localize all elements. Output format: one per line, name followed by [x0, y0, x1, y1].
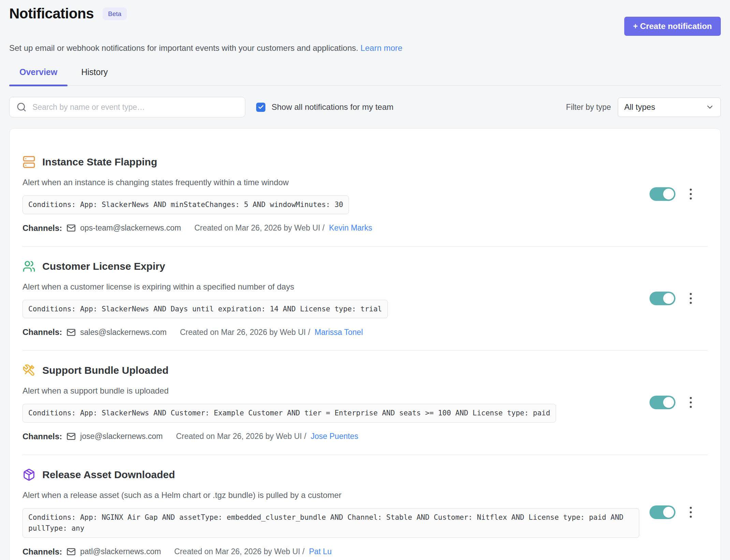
- learn-more-link[interactable]: Learn more: [361, 43, 403, 53]
- notification-card: Support Bundle Uploaded Alert when a sup…: [10, 351, 720, 455]
- channels-row: Channels: sales@slackernews.com Created …: [23, 327, 639, 337]
- notification-description: Alert when a support bundle is uploaded: [23, 386, 639, 396]
- filter-type-select[interactable]: All types: [618, 98, 721, 117]
- mail-icon: [67, 328, 76, 337]
- users-icon: [23, 260, 35, 273]
- filter-by-type-label: Filter by type: [566, 103, 611, 112]
- page-title: Notifications: [9, 5, 94, 22]
- author-link[interactable]: Kevin Marks: [329, 223, 372, 233]
- subtitle-text: Set up email or webhook notifications fo…: [9, 43, 358, 53]
- checkbox-checked-icon[interactable]: [256, 103, 265, 112]
- tab-bar: Overview History: [9, 67, 721, 86]
- page-header: Notifications Beta + Create notification: [9, 5, 721, 36]
- conditions-box: Conditions: App: SlackerNews AND Days un…: [23, 300, 388, 319]
- notification-card: Instance State Flapping Alert when an in…: [10, 142, 720, 246]
- enabled-toggle[interactable]: [649, 292, 675, 305]
- notification-description: Alert when a release asset (such as a He…: [23, 490, 639, 500]
- created-text: Created on Mar 26, 2026 by Web UI /: [194, 223, 325, 233]
- filter-type-value: All types: [624, 102, 655, 112]
- notifications-list: Instance State Flapping Alert when an in…: [9, 128, 721, 560]
- search-icon: [16, 102, 27, 112]
- mail-icon: [67, 223, 76, 233]
- channel-email: ops-team@slackernews.com: [80, 223, 181, 233]
- package-icon: [23, 468, 35, 481]
- created-text: Created on Mar 26, 2026 by Web UI /: [180, 328, 310, 337]
- search-input[interactable]: [32, 102, 238, 112]
- notification-title: Release Asset Downloaded: [42, 469, 175, 481]
- created-text: Created on Mar 26, 2026 by Web UI /: [174, 547, 305, 556]
- notifications-page: Notifications Beta + Create notification…: [0, 0, 730, 560]
- kebab-menu-icon[interactable]: [688, 396, 693, 409]
- notification-title: Customer License Expiry: [42, 261, 165, 272]
- enabled-toggle[interactable]: [649, 396, 675, 409]
- notification-description: Alert when an instance is changing state…: [23, 178, 639, 187]
- page-subtitle: Set up email or webhook notifications fo…: [9, 43, 721, 53]
- channels-row: Channels: ops-team@slackernews.com Creat…: [23, 223, 639, 233]
- kebab-menu-icon[interactable]: [688, 505, 693, 519]
- search-box: [9, 97, 245, 117]
- channel-email: sales@slackernews.com: [80, 328, 166, 337]
- tools-icon: [23, 364, 35, 377]
- tab-history[interactable]: History: [71, 67, 118, 85]
- conditions-box: Conditions: App: NGINX Air Gap AND asset…: [23, 508, 639, 538]
- kebab-menu-icon[interactable]: [688, 187, 693, 201]
- mail-icon: [67, 547, 76, 556]
- channels-label: Channels:: [23, 327, 62, 337]
- notification-title: Instance State Flapping: [42, 156, 157, 168]
- mail-icon: [67, 432, 76, 441]
- author-link[interactable]: Marissa Tonel: [315, 328, 363, 337]
- notification-card: Release Asset Downloaded Alert when a re…: [10, 455, 720, 560]
- channels-label: Channels:: [23, 432, 62, 441]
- team-filter-label: Show all notifications for my team: [272, 102, 393, 112]
- chevron-down-icon: [705, 103, 714, 112]
- filter-group: Filter by type All types: [566, 98, 721, 117]
- author-link[interactable]: Pat Lu: [309, 547, 332, 556]
- team-filter-checkbox[interactable]: Show all notifications for my team: [256, 102, 393, 112]
- server-icon: [23, 156, 35, 168]
- notification-description: Alert when a customer license is expirin…: [23, 282, 639, 292]
- beta-badge: Beta: [103, 8, 127, 20]
- tab-overview[interactable]: Overview: [9, 67, 68, 85]
- notification-title: Support Bundle Uploaded: [42, 365, 169, 376]
- channel-email: patl@slackernews.com: [80, 547, 161, 556]
- controls-row: Show all notifications for my team Filte…: [9, 97, 721, 117]
- author-link[interactable]: Jose Puentes: [311, 432, 358, 441]
- enabled-toggle[interactable]: [649, 505, 675, 519]
- enabled-toggle[interactable]: [649, 187, 675, 201]
- channels-label: Channels:: [23, 547, 62, 557]
- conditions-box: Conditions: App: SlackerNews AND Custome…: [23, 404, 556, 423]
- notification-card: Customer License Expiry Alert when a cus…: [10, 247, 720, 351]
- created-text: Created on Mar 26, 2026 by Web UI /: [176, 432, 306, 441]
- channels-row: Channels: jose@slackernews.com Created o…: [23, 432, 639, 441]
- conditions-box: Conditions: App: SlackerNews AND minStat…: [23, 195, 349, 214]
- channel-email: jose@slackernews.com: [80, 432, 163, 441]
- create-notification-button[interactable]: + Create notification: [624, 17, 721, 36]
- channels-label: Channels:: [23, 223, 62, 233]
- channels-row: Channels: patl@slackernews.com Created o…: [23, 547, 639, 557]
- kebab-menu-icon[interactable]: [688, 292, 693, 305]
